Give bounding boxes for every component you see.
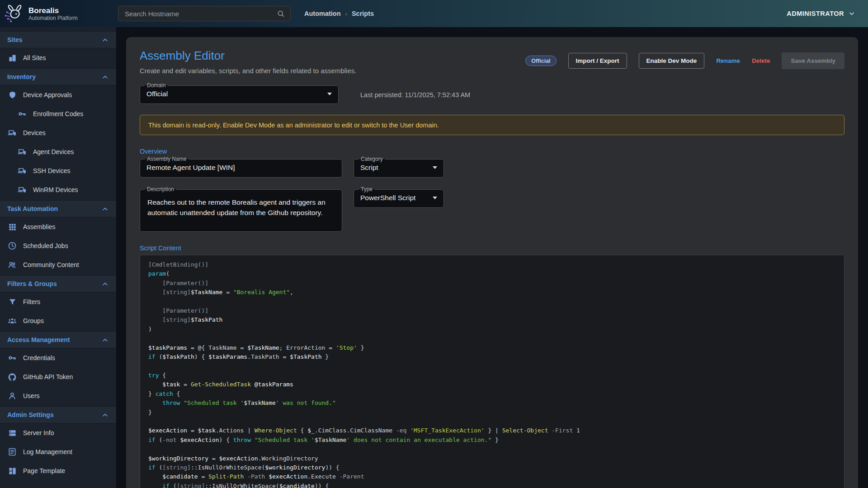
sidebar-item-all-sites[interactable]: All Sites <box>0 48 116 67</box>
sidebar-section-filters-groups[interactable]: Filters & Groups <box>0 275 116 292</box>
sidebar-item-server-info[interactable]: Server Info <box>0 423 116 442</box>
domain-select-value: Official <box>146 90 168 98</box>
chevron-up-icon <box>101 205 109 213</box>
sidebar-item-label: Log Management <box>23 448 72 455</box>
sidebar-section-access-management[interactable]: Access Management <box>0 331 116 348</box>
sidebar-section-admin-settings[interactable]: Admin Settings <box>0 406 116 423</box>
chevron-up-icon <box>101 280 109 288</box>
sidebar-section-label: Inventory <box>7 73 36 80</box>
code-line: if ($TaskPath) { $taskParams.TaskPath = … <box>148 352 836 361</box>
search-input[interactable] <box>124 9 277 18</box>
code-line: $task = Get-ScheduledTask @taskParams <box>148 380 836 389</box>
github-icon <box>8 372 17 381</box>
breadcrumb-automation[interactable]: Automation <box>304 10 341 17</box>
devices-icon <box>18 147 27 156</box>
sidebar-item-filters[interactable]: Filters <box>0 292 116 311</box>
rabbit-logo-icon <box>4 3 24 24</box>
chevron-up-icon <box>101 36 109 44</box>
sidebar-item-groups[interactable]: Groups <box>0 311 116 330</box>
domain-select[interactable]: Domain Official <box>140 83 339 104</box>
user-menu[interactable]: ADMINISTRATOR <box>787 10 855 17</box>
script-editor[interactable]: [CmdletBinding()]param( [Parameter()] [s… <box>140 255 844 488</box>
sidebar-item-label: Device Approvals <box>23 91 72 99</box>
sidebar-section-task-automation[interactable]: Task Automation <box>0 200 116 217</box>
chevron-up-icon <box>101 73 109 81</box>
code-line <box>148 445 836 454</box>
log-icon <box>8 447 17 456</box>
code-line <box>148 417 836 426</box>
page-title: Assembly Editor <box>140 49 356 63</box>
sidebar-item-enrollment-codes[interactable]: Enrollment Codes <box>0 104 116 123</box>
sidebar-item-community-content[interactable]: Community Content <box>0 255 116 274</box>
delete-button[interactable]: Delete <box>752 57 770 64</box>
code-line: } <box>148 408 836 417</box>
sidebar-item-label: Assemblies <box>23 223 56 230</box>
sidebar-item-ssh-devices[interactable]: SSH Devices <box>0 161 116 180</box>
key-icon <box>18 109 27 118</box>
code-line: [string]$TaskPath <box>148 315 836 324</box>
type-select[interactable]: Type PowerShell Script <box>354 187 444 208</box>
dropdown-caret-icon <box>327 93 332 95</box>
rename-button[interactable]: Rename <box>716 57 740 64</box>
sidebar-item-page-template[interactable]: Page Template <box>0 461 116 480</box>
borealis-logo[interactable]: Borealis Automation Platform <box>0 3 116 24</box>
sidebar-section-label: Filters & Groups <box>7 280 57 287</box>
type-select-value: PowerShell Script <box>360 194 415 202</box>
grid-icon <box>8 222 17 231</box>
dropdown-caret-icon <box>433 197 437 199</box>
sidebar-item-log-management[interactable]: Log Management <box>0 442 116 461</box>
enable-dev-mode-button[interactable]: Enable Dev Mode <box>639 53 705 69</box>
official-badge: Official <box>525 56 556 66</box>
groups-icon <box>8 316 17 325</box>
code-line: param( <box>148 269 836 278</box>
sidebar-item-credentials[interactable]: Credentials <box>0 348 116 367</box>
shield-icon <box>8 90 17 99</box>
template-icon <box>8 466 17 475</box>
sidebar-item-scheduled-jobs[interactable]: Scheduled Jobs <box>0 236 116 255</box>
sidebar-item-label: Agent Devices <box>33 148 74 155</box>
people-icon <box>8 260 17 269</box>
chevron-up-icon <box>101 336 109 344</box>
breadcrumb-scripts[interactable]: Scripts <box>352 10 374 17</box>
user-menu-label: ADMINISTRATOR <box>787 10 844 17</box>
devices-icon <box>18 166 27 175</box>
sidebar-item-winrm-devices[interactable]: WinRM Devices <box>0 180 116 199</box>
sidebar-item-agent-devices[interactable]: Agent Devices <box>0 142 116 161</box>
sidebar-item-users[interactable]: Users <box>0 386 116 405</box>
sidebar-section-label: Access Management <box>7 336 70 343</box>
server-icon <box>8 428 17 437</box>
hostname-search[interactable] <box>118 6 291 21</box>
user-icon <box>8 391 17 400</box>
sidebar-section-label: Task Automation <box>7 205 58 212</box>
devices-icon <box>18 185 27 194</box>
sidebar-item-devices[interactable]: Devices <box>0 123 116 142</box>
code-line: [string]$TaskName = "Borealis Agent", <box>148 288 836 297</box>
import-export-button[interactable]: Import / Export <box>568 53 627 69</box>
sidebar-item-label: Credentials <box>23 354 55 361</box>
code-line: try { <box>148 371 836 380</box>
breadcrumb-separator: › <box>345 10 347 17</box>
assembly-name-field[interactable]: Assembly Name Remote Agent Update [WIN] <box>140 156 342 178</box>
assembly-name-label: Assembly Name <box>145 156 189 162</box>
page-subtitle: Create and edit variables, scripts, and … <box>140 67 356 75</box>
code-line: $taskParams = @{ TaskName = $TaskName; E… <box>148 343 836 352</box>
category-select[interactable]: Category Script <box>354 156 444 178</box>
sidebar-item-label: Groups <box>23 317 44 324</box>
sidebar-item-assemblies[interactable]: Assemblies <box>0 217 116 236</box>
sidebar-section-inventory[interactable]: Inventory <box>0 68 116 85</box>
sidebar-item-label: Scheduled Jobs <box>23 242 68 249</box>
sidebar-item-label: Filters <box>23 298 40 305</box>
sidebar-item-label: WinRM Devices <box>33 186 78 193</box>
sidebar-section-sites[interactable]: Sites <box>0 31 116 48</box>
code-line: $candidate = Split-Path -Path $execActio… <box>148 472 836 481</box>
devices-icon <box>8 128 17 137</box>
code-line: ) <box>148 325 836 334</box>
description-field[interactable]: Description Reaches out to the remote Bo… <box>140 187 342 232</box>
main-content: Assembly Editor Create and edit variable… <box>116 27 868 488</box>
sidebar-item-label: Devices <box>23 129 46 136</box>
save-assembly-button[interactable]: Save Assembly <box>782 52 844 69</box>
sidebar-item-device-approvals[interactable]: Device Approvals <box>0 85 116 104</box>
code-line: throw "Scheduled task '$TaskName' was no… <box>148 399 836 408</box>
sidebar-item-github-api-token[interactable]: GitHub API Token <box>0 367 116 386</box>
clock-icon <box>8 241 17 250</box>
